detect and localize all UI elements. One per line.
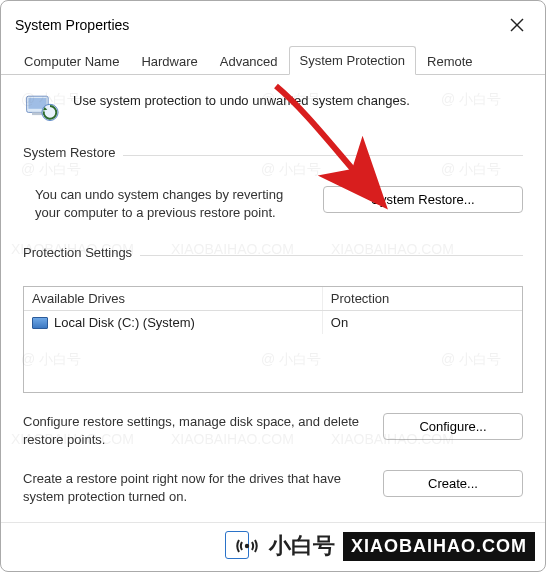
divider [123, 155, 523, 156]
system-restore-button[interactable]: System Restore... [323, 186, 523, 213]
tab-computer-name[interactable]: Computer Name [13, 47, 130, 75]
divider [1, 522, 545, 523]
configure-button[interactable]: Configure... [383, 413, 523, 440]
system-restore-heading: System Restore [23, 145, 115, 160]
window-title: System Properties [15, 17, 129, 33]
watermark-logo: 小白号 XIAOBAIHAO.COM [233, 531, 535, 561]
drives-table: Available Drives Protection Local Disk (… [23, 286, 523, 393]
svg-rect-4 [32, 112, 43, 115]
create-desc: Create a restore point right now for the… [23, 470, 363, 505]
protection-settings-heading: Protection Settings [23, 245, 132, 260]
create-button[interactable]: Create... [383, 470, 523, 497]
svg-point-6 [245, 544, 249, 548]
column-header-protection[interactable]: Protection [323, 287, 522, 310]
configure-desc: Configure restore settings, manage disk … [23, 413, 363, 448]
watermark-domain: XIAOBAIHAO.COM [343, 532, 535, 561]
drive-icon [32, 317, 48, 329]
close-button[interactable] [503, 11, 531, 39]
table-row[interactable]: Local Disk (C:) (System) On [24, 311, 522, 334]
watermark-cn: 小白号 [269, 531, 335, 561]
close-icon [510, 18, 524, 32]
drive-protection-status: On [323, 311, 522, 334]
broadcast-icon [233, 532, 261, 560]
tab-remote[interactable]: Remote [416, 47, 484, 75]
tab-system-protection[interactable]: System Protection [289, 46, 417, 75]
column-header-drives[interactable]: Available Drives [24, 287, 323, 310]
tab-hardware[interactable]: Hardware [130, 47, 208, 75]
divider [140, 255, 523, 256]
tab-bar: Computer Name Hardware Advanced System P… [1, 45, 545, 75]
tab-advanced[interactable]: Advanced [209, 47, 289, 75]
intro-text: Use system protection to undo unwanted s… [73, 89, 410, 108]
system-restore-desc: You can undo system changes by reverting… [23, 186, 303, 221]
drive-name: Local Disk (C:) (System) [54, 315, 195, 330]
system-protection-icon [23, 89, 59, 125]
